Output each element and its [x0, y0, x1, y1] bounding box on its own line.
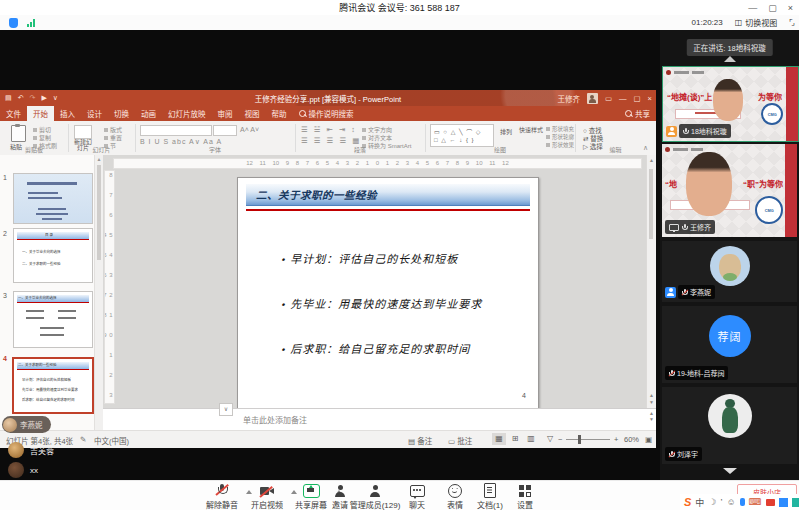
tab-view[interactable]: 视图 [239, 106, 266, 121]
align-buttons[interactable]: ☰ ☰ ☰ ☰ ▦ [301, 136, 361, 145]
start-video-button[interactable]: 开启视频 [245, 484, 289, 510]
tab-slideshow[interactable]: 幻灯片放映 [162, 106, 212, 121]
close-icon[interactable]: × [788, 3, 793, 13]
zoom-slider-track[interactable] [566, 439, 610, 440]
save-icon[interactable]: ▤ [5, 94, 12, 102]
slide-thumbnail-3[interactable]: 一、关于毕业去向的选择 [13, 291, 93, 348]
reading-view-button[interactable]: ▥ [524, 433, 538, 445]
undo-icon[interactable]: ↶ [18, 94, 24, 102]
editor-scrollbar[interactable]: ▲ ▲▼ [646, 155, 656, 408]
arrange-button[interactable]: 排列 [497, 127, 515, 136]
tell-me-search[interactable]: 操作说明搜索 [293, 106, 360, 121]
tab-file[interactable]: 文件 [0, 106, 27, 121]
slide-thumbnail-panel: 1 2 目 录 一、关于毕业去向的选择 二、关于求职的一些经验 3 一、关于毕业… [0, 155, 104, 430]
tab-help[interactable]: 帮助 [266, 106, 293, 121]
tab-home[interactable]: 开始 [27, 106, 54, 121]
ime-emoji-icon[interactable]: ☺ [726, 497, 735, 507]
spell-check-icon[interactable]: ✎ [80, 435, 86, 444]
slide-thumbnail-2[interactable]: 目 录 一、关于毕业去向的选择 二、关于求职的一些经验 [13, 228, 93, 283]
panel-collapse-arrow-icon[interactable] [724, 56, 736, 62]
avatar [8, 442, 24, 458]
ime-voice-icon[interactable] [740, 498, 745, 506]
shape-fill-button[interactable]: 形状填充 [546, 125, 574, 133]
share-button[interactable]: 共享 [619, 106, 656, 121]
language-status[interactable]: 中文(中国) [94, 435, 129, 446]
video-tile-1[interactable]: “地摊(谈)”上 为等你 CMG 18地科祝璇 [662, 66, 799, 142]
ribbon-options-icon[interactable]: ▭ [605, 94, 612, 103]
zoom-slider-handle[interactable] [578, 435, 581, 444]
normal-view-button[interactable]: ▦ [492, 433, 506, 445]
new-slide-icon[interactable] [74, 125, 92, 139]
slide-thumbnail-1[interactable] [13, 173, 93, 224]
collapse-ribbon-icon[interactable]: ∧ [643, 144, 648, 152]
promo-logos [665, 147, 703, 152]
unmute-button[interactable]: 解除静音 [200, 484, 244, 510]
video-tile-3[interactable]: 李燕妮 [662, 241, 797, 302]
tray-icon-teal[interactable] [792, 498, 799, 507]
zoom-out-button[interactable]: − [558, 435, 562, 444]
font-name-select[interactable] [140, 125, 212, 136]
slide-sorter-view-button[interactable]: ⊞ [508, 433, 522, 445]
video-tile-4[interactable]: 荐阔 19-地科-吕荐阔 [662, 306, 797, 383]
tab-transitions[interactable]: 切换 [108, 106, 135, 121]
meeting-statusbar [0, 15, 799, 31]
ppt-restore-icon[interactable]: ▢ [634, 94, 641, 103]
ime-mode-chinese[interactable]: 中 [695, 496, 704, 509]
notes-toggle[interactable]: ▤ 备注 [408, 435, 432, 446]
ppt-account-avatar[interactable] [587, 93, 598, 104]
manage-members-button[interactable]: 管理成员(129) [344, 484, 406, 510]
notes-splitter-handle[interactable]: ∨ [219, 403, 233, 416]
zoom-level[interactable]: 60% [624, 435, 639, 444]
redo-icon[interactable]: ↷ [30, 94, 36, 102]
tray-icon-blue[interactable] [779, 498, 788, 507]
security-shield-icon [9, 18, 18, 28]
tab-design[interactable]: 设计 [81, 106, 108, 121]
ime-toolbox-icon[interactable] [766, 499, 775, 506]
ime-toolbar[interactable]: S 中 ☽ ’ ☺ ⌨ [680, 494, 799, 510]
maximize-icon[interactable]: ▢ [768, 3, 777, 13]
video-tile-5[interactable]: 刘泽宇 [662, 387, 797, 464]
chat-button[interactable]: 聊天 [404, 484, 430, 510]
grow-shrink-font-buttons[interactable]: A˄ A˅ [240, 126, 259, 133]
video-tile-2[interactable]: “地 “职”为等你 CMG 王修齐 [662, 144, 797, 237]
docs-button[interactable]: 文档(1) [475, 484, 505, 510]
thumbnail-scrollbar[interactable]: ▲ [94, 155, 103, 430]
slideshow-view-button[interactable]: ▽ [543, 433, 557, 445]
present-icon[interactable]: ▶ [41, 94, 46, 102]
zoom-in-button[interactable]: + [614, 435, 618, 444]
notes-pane[interactable]: ∨ 单击此处添加备注 ▲▼ [103, 408, 656, 431]
ime-keyboard-icon[interactable]: ⌨ [749, 497, 762, 507]
document-icon [484, 483, 496, 498]
more-participants-arrow-icon[interactable] [723, 468, 737, 474]
ppt-close-icon[interactable]: × [648, 94, 652, 103]
slide-thumbnail-4[interactable]: 二、关于求职的一些经验 早计划：评估自己的长处和短板 先毕业：用最快的速度达到毕… [12, 357, 94, 414]
notes-scroll-arrows[interactable]: ▲▼ [649, 410, 654, 422]
paste-button-icon[interactable] [11, 125, 26, 142]
reaction-name: 吉芙蓉 [30, 445, 54, 456]
slide-title: 二、关于求职的一些经验 [246, 187, 377, 202]
comments-toggle[interactable]: ▭ 批注 [448, 435, 472, 446]
font-size-select[interactable] [213, 125, 237, 136]
thumb-number-1: 1 [3, 174, 7, 181]
slide-canvas[interactable]: 二、关于求职的一些经验 早计划：评估自己的长处和短板 先毕业：用最快的速度达到毕… [237, 177, 539, 408]
minimize-icon[interactable]: — [748, 3, 757, 13]
tab-animations[interactable]: 动画 [135, 106, 162, 121]
fullscreen-icon[interactable]: ⌜ ⌟ [789, 18, 793, 27]
ppt-minimize-icon[interactable]: — [619, 94, 627, 103]
tab-review[interactable]: 审阅 [212, 106, 239, 121]
switch-view-button[interactable]: ◫ 切换视图 [735, 17, 778, 28]
ime-punctuation-icon[interactable]: ’ [720, 497, 722, 507]
list-buttons[interactable]: ☰ ☱ ⇤ ⇥ ↕ [301, 125, 357, 134]
sogou-logo-icon[interactable]: S [684, 496, 691, 508]
shapes-gallery[interactable]: ▭ ○ △ ╲ ⌒ ◇ □ △ ← ↓ { } [430, 124, 494, 147]
settings-button[interactable]: 设置 [512, 484, 538, 510]
qat-more-icon[interactable]: ∨ [53, 94, 58, 102]
quick-styles-button[interactable]: 快速样式 [518, 127, 544, 133]
tab-insert[interactable]: 插入 [54, 106, 81, 121]
emoji-button[interactable]: 表情 [442, 484, 468, 510]
notes-placeholder: 单击此处添加备注 [243, 414, 307, 425]
fit-slide-button[interactable]: ▣ [645, 435, 652, 444]
meeting-titlebar: 腾讯会议 会议号: 361 588 187 — ▢ × [0, 0, 799, 16]
ime-halfmoon-icon[interactable]: ☽ [708, 497, 716, 507]
shape-outline-button[interactable]: 形状轮廓 [546, 133, 574, 141]
